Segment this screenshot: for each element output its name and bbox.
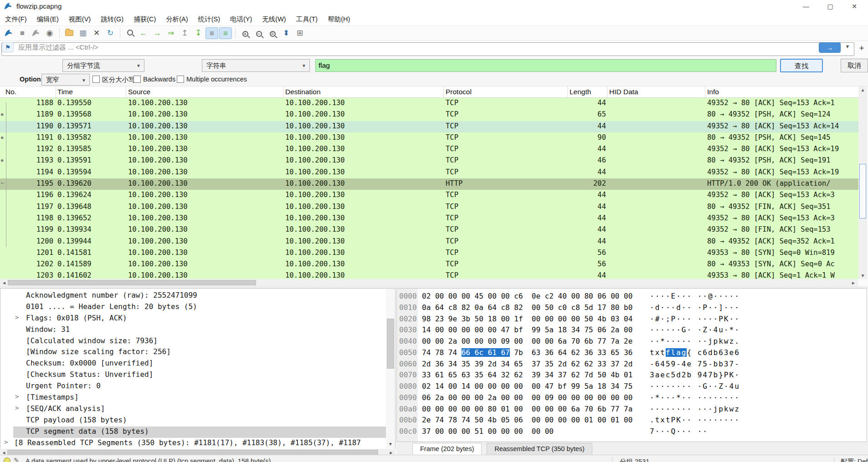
scroll-down-arrow-icon[interactable]: ▼	[387, 442, 394, 447]
zoom-out-icon[interactable]: −	[252, 27, 265, 39]
detail-tree-item[interactable]: TCP segment data (158 bytes)	[0, 426, 395, 438]
search-input[interactable]	[315, 59, 776, 72]
column-header-protocol[interactable]: Protocol	[446, 88, 472, 96]
column-separator[interactable]	[443, 86, 444, 98]
search-type-dropdown[interactable]: 字符串 ▼	[202, 59, 310, 72]
column-separator[interactable]	[126, 86, 126, 98]
restart-capture-icon[interactable]	[30, 27, 42, 39]
search-scope-dropdown[interactable]: 分组字节流 ▼	[62, 59, 144, 72]
packet-row[interactable]: 11920.13958510.100.200.13010.100.200.130…	[0, 144, 858, 155]
maximize-button[interactable]: ▢	[819, 0, 841, 13]
capture-comment-icon[interactable]: ✎	[14, 457, 19, 462]
column-header-info[interactable]: Info	[707, 88, 719, 96]
scroll-right-arrow-icon[interactable]: ►	[850, 280, 857, 285]
column-header-time[interactable]: Time	[57, 88, 73, 96]
expand-arrow-icon[interactable]: >	[4, 438, 8, 446]
packet-list-horizontal-scroll-thumb[interactable]	[8, 280, 256, 285]
column-separator[interactable]	[607, 86, 607, 98]
packet-row[interactable]: ●11930.13959110.100.200.13010.100.200.13…	[0, 155, 858, 167]
minimize-button[interactable]: —	[795, 0, 817, 13]
packet-list-vertical-scroll-thumb[interactable]	[859, 164, 866, 218]
menu-统计S[interactable]: 统计(S)	[193, 13, 225, 26]
menu-工具T[interactable]: 工具(T)	[291, 13, 323, 26]
apply-filter-button[interactable]: →	[819, 42, 841, 53]
charset-dropdown[interactable]: 宽窄 ▼	[41, 74, 90, 86]
column-header-hid-data[interactable]: HID Data	[609, 88, 638, 96]
packet-row[interactable]: 11980.13965210.100.200.13010.100.200.130…	[0, 213, 858, 224]
menu-编辑E[interactable]: 编辑(E)	[32, 13, 64, 26]
packet-row[interactable]: ●11910.13958210.100.200.13010.100.200.13…	[0, 132, 858, 144]
zoom-100-icon[interactable]: =	[266, 27, 279, 39]
display-filter-input[interactable]	[1, 42, 854, 56]
packet-row[interactable]: 12020.14158910.100.200.13010.100.200.130…	[0, 259, 858, 270]
expert-info-icon[interactable]	[4, 457, 10, 462]
start-capture-icon[interactable]	[2, 27, 15, 39]
column-header-no-[interactable]: No.	[5, 88, 16, 96]
packet-list-header[interactable]: No.TimeSourceDestinationProtocolLengthHI…	[0, 86, 858, 98]
close-file-icon[interactable]: ✕	[90, 27, 103, 39]
packet-row[interactable]: 12030.14160210.100.200.13010.100.200.130…	[0, 270, 858, 279]
detail-tree-item[interactable]: [Calculated window size: 7936]	[0, 336, 395, 347]
go-last-icon[interactable]: ↧	[192, 27, 205, 39]
zoom-in-icon[interactable]: +	[239, 27, 252, 39]
detail-tree-item[interactable]: Window: 31	[0, 325, 395, 336]
detail-tree-item[interactable]: Acknowledgment number (raw): 2552471099	[0, 290, 395, 302]
add-filter-button[interactable]: +	[857, 43, 867, 54]
menu-捕获C[interactable]: 捕获(C)	[128, 13, 161, 26]
multiple-occurrences-checkbox[interactable]	[177, 76, 184, 83]
close-button[interactable]: ✕	[843, 0, 865, 13]
autoscroll-icon[interactable]: ≡	[205, 27, 218, 39]
expand-arrow-icon[interactable]: >	[15, 393, 19, 400]
go-first-icon[interactable]: ↥	[178, 27, 191, 39]
bookmark-icon[interactable]: ⚑	[2, 42, 14, 52]
detail-vertical-scroll-thumb[interactable]	[387, 319, 394, 369]
numbered-columns-icon[interactable]: ⊞	[293, 27, 306, 39]
detail-tree-item[interactable]: Checksum: 0x0000 [unverified]	[0, 358, 395, 370]
menu-分析A[interactable]: 分析(A)	[161, 13, 193, 26]
capture-options-icon[interactable]: ◉	[43, 27, 56, 39]
column-separator[interactable]	[567, 86, 568, 98]
column-header-source[interactable]: Source	[128, 88, 150, 96]
detail-tree-item[interactable]: [Window size scaling factor: 256]	[0, 347, 395, 358]
detail-tree-item[interactable]: >[SEQ/ACK analysis]	[0, 404, 395, 415]
column-separator[interactable]	[283, 86, 283, 98]
stop-capture-icon[interactable]: ■	[16, 27, 29, 39]
tab-frame-202-bytes-[interactable]: Frame (202 bytes)	[412, 443, 482, 455]
colorize-icon[interactable]: ≡	[219, 27, 232, 39]
go-previous-icon[interactable]: ←	[137, 27, 150, 39]
scroll-left-arrow-icon[interactable]: ◄	[1, 280, 7, 285]
expand-arrow-icon[interactable]: >	[15, 404, 19, 411]
filter-dropdown-caret-icon[interactable]: ▼	[842, 44, 853, 52]
packet-row[interactable]: 11960.13962410.100.200.13010.100.200.130…	[0, 190, 858, 201]
find-packet-icon[interactable]	[123, 27, 136, 39]
menu-电话Y[interactable]: 电话(Y)	[225, 13, 257, 26]
tab-reassembled-tcp-350-bytes-[interactable]: Reassembled TCP (350 bytes)	[487, 443, 592, 455]
detail-tree-item[interactable]: Urgent Pointer: 0	[0, 381, 395, 392]
case-sensitive-checkbox[interactable]	[92, 76, 100, 83]
packet-row[interactable]: ●11890.13956810.100.200.13010.100.200.13…	[0, 109, 858, 121]
packet-row[interactable]: 11900.13957110.100.200.13010.100.200.130…	[0, 121, 858, 132]
detail-tree-item[interactable]: [Checksum Status: Unverified]	[0, 370, 395, 381]
scroll-up-arrow-icon[interactable]: ▲	[859, 87, 866, 92]
column-separator[interactable]	[56, 86, 56, 98]
menu-无线W[interactable]: 无线(W)	[257, 13, 291, 26]
detail-tree-item[interactable]: 0101 .... = Header Length: 20 bytes (5)	[0, 302, 395, 313]
packet-row[interactable]: 11940.13959410.100.200.13010.100.200.130…	[0, 167, 858, 178]
packet-row[interactable]: 12010.14158110.100.200.13010.100.200.130…	[0, 248, 858, 259]
menu-跳转G[interactable]: 跳转(G)	[96, 13, 128, 26]
backwards-checkbox[interactable]	[134, 76, 141, 83]
packet-row[interactable]: 11970.13964810.100.200.13010.100.200.130…	[0, 202, 858, 213]
detail-tree-item[interactable]: >Flags: 0x018 (PSH, ACK)	[0, 313, 395, 325]
scroll-down-arrow-icon[interactable]: ▼	[859, 273, 866, 278]
column-header-destination[interactable]: Destination	[285, 88, 321, 96]
go-to-packet-icon[interactable]: ⇒	[164, 27, 177, 39]
cancel-button[interactable]: 取消	[841, 59, 868, 72]
find-button[interactable]: 查找	[780, 59, 823, 72]
packet-row[interactable]: ←11950.13962010.100.200.13010.100.200.13…	[0, 178, 858, 190]
reload-file-icon[interactable]: ↻	[104, 27, 117, 39]
save-file-icon[interactable]: ▦	[77, 27, 89, 39]
resize-columns-icon[interactable]: ⬍	[280, 27, 293, 39]
packet-row[interactable]: 11880.13955010.100.200.13010.100.200.130…	[0, 98, 858, 109]
packet-row[interactable]: 11990.13993410.100.200.13010.100.200.130…	[0, 224, 858, 236]
packet-row[interactable]: 12000.13994410.100.200.13010.100.200.130…	[0, 236, 858, 248]
